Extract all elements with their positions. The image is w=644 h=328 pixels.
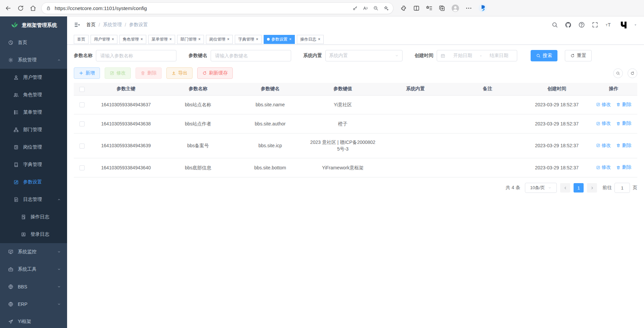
toolbar-button[interactable]: 删除 bbox=[136, 67, 162, 79]
date-range-picker[interactable]: 开始日期 - 结束日期 bbox=[437, 50, 517, 61]
avatar-caret-icon[interactable] bbox=[634, 23, 637, 27]
tab-close-icon[interactable]: × bbox=[198, 37, 201, 42]
chev-up-icon bbox=[57, 198, 61, 202]
back-icon[interactable] bbox=[5, 5, 12, 12]
split-screen-icon[interactable] bbox=[413, 5, 420, 12]
tab-close-icon[interactable]: × bbox=[227, 37, 229, 42]
tab-close-icon[interactable]: × bbox=[318, 37, 320, 42]
row-edit-button[interactable]: 修改 bbox=[596, 120, 611, 127]
search-icon[interactable] bbox=[551, 21, 558, 28]
profile-icon[interactable] bbox=[451, 4, 460, 12]
page-size-select[interactable]: 10条/页 bbox=[525, 183, 557, 193]
tag-tab[interactable]: 菜单管理 × bbox=[148, 35, 175, 44]
doc-edit-icon bbox=[21, 214, 26, 220]
sidebar-item[interactable]: 参数设置 bbox=[0, 173, 67, 191]
tag-tab[interactable]: 用户管理 × bbox=[91, 35, 117, 44]
param-key-input[interactable] bbox=[211, 50, 291, 61]
tag-tab[interactable]: 参数设置 × bbox=[264, 35, 295, 44]
more-icon[interactable] bbox=[465, 5, 472, 12]
favorites-bar-icon[interactable] bbox=[426, 5, 433, 12]
sidebar-item[interactable]: 登录日志 bbox=[0, 226, 67, 243]
breadcrumb-item[interactable]: 系统管理 / bbox=[103, 22, 129, 28]
row-delete-button[interactable]: 删除 bbox=[616, 120, 631, 127]
favorite-add-icon[interactable] bbox=[383, 5, 389, 11]
sidebar-item[interactable]: 首页 bbox=[0, 34, 67, 51]
font-size-icon[interactable]: TT bbox=[605, 21, 612, 28]
tag-tab[interactable]: 操作日志 × bbox=[297, 35, 324, 44]
home-icon[interactable] bbox=[30, 5, 37, 12]
goto-page-input[interactable] bbox=[614, 183, 630, 193]
row-delete-button[interactable]: 删除 bbox=[616, 101, 631, 108]
sidebar-item[interactable]: 日志管理 bbox=[0, 191, 67, 208]
row-checkbox[interactable] bbox=[79, 102, 85, 107]
reset-button[interactable]: 重置 bbox=[565, 50, 592, 61]
search-button[interactable]: 搜索 bbox=[531, 50, 557, 61]
sidebar-collapse-icon[interactable] bbox=[74, 21, 80, 28]
tab-close-icon[interactable]: × bbox=[289, 37, 291, 42]
tag-tab[interactable]: 首页 × bbox=[74, 35, 89, 44]
created-time-label: 创建时间 bbox=[415, 53, 433, 59]
key-icon[interactable] bbox=[352, 5, 358, 11]
user-avatar-logo[interactable] bbox=[620, 20, 629, 30]
sidebar-item[interactable]: 菜单管理 bbox=[0, 104, 67, 121]
plane-icon bbox=[8, 319, 13, 324]
refresh-icon[interactable] bbox=[17, 5, 24, 12]
sidebar-item[interactable]: 操作日志 bbox=[0, 208, 67, 226]
breadcrumb-item[interactable]: 首页 / bbox=[86, 22, 103, 28]
tab-close-icon[interactable]: × bbox=[169, 37, 172, 42]
col-header: 参数主键 bbox=[90, 83, 162, 95]
toolbar-button[interactable]: 新增 bbox=[74, 67, 100, 79]
tag-tab[interactable]: 字典管理 × bbox=[235, 35, 262, 44]
sidebar-item[interactable]: 部门管理 bbox=[0, 121, 67, 139]
sidebar-item[interactable]: 系统工具 bbox=[0, 261, 67, 278]
sidebar-item[interactable]: 系统管理 bbox=[0, 51, 67, 69]
row-checkbox[interactable] bbox=[79, 121, 85, 126]
copilot-icon[interactable] bbox=[478, 3, 487, 13]
row-checkbox[interactable] bbox=[79, 165, 85, 170]
prev-page-button[interactable] bbox=[560, 183, 570, 193]
read-aloud-icon[interactable] bbox=[363, 5, 368, 11]
filter-form: 参数名称 参数键名 系统内置 系统内置 创建时间 bbox=[74, 50, 637, 61]
tag-tab[interactable]: 部门管理 × bbox=[177, 35, 204, 44]
breadcrumb-item[interactable]: 参数设置 / bbox=[129, 22, 148, 28]
toggle-search-button[interactable] bbox=[613, 68, 623, 78]
extensions-icon[interactable] bbox=[400, 5, 407, 12]
next-page-button[interactable] bbox=[587, 183, 597, 193]
lock-icon[interactable] bbox=[46, 5, 51, 11]
sidebar-item[interactable]: BBS bbox=[0, 278, 67, 295]
row-edit-button[interactable]: 修改 bbox=[596, 101, 611, 108]
row-edit-button[interactable]: 修改 bbox=[596, 164, 611, 171]
current-page[interactable]: 1 bbox=[574, 183, 584, 193]
sidebar-item[interactable]: ERP bbox=[0, 295, 67, 313]
row-delete-button[interactable]: 删除 bbox=[616, 164, 631, 171]
param-name-input[interactable] bbox=[96, 50, 176, 61]
toolbar-button[interactable]: 刷新缓存 bbox=[197, 67, 233, 79]
address-bar[interactable]: https://ccnetcore.com:1101/system/config bbox=[41, 2, 393, 14]
select-all-checkbox[interactable] bbox=[79, 87, 85, 92]
refresh-table-button[interactable] bbox=[628, 68, 637, 78]
github-icon[interactable] bbox=[565, 21, 572, 28]
toolbar-button[interactable]: 修改 bbox=[105, 67, 131, 79]
url-text[interactable]: https://ccnetcore.com:1101/system/config bbox=[55, 5, 349, 11]
row-edit-button[interactable]: 修改 bbox=[596, 142, 611, 149]
edit-icon bbox=[110, 71, 114, 75]
sidebar-item[interactable]: 岗位管理 bbox=[0, 139, 67, 156]
builtin-select[interactable]: 系统内置 bbox=[325, 50, 402, 61]
row-delete-button[interactable]: 删除 bbox=[616, 142, 631, 149]
fullscreen-icon[interactable] bbox=[592, 21, 598, 28]
zoom-out-icon[interactable] bbox=[373, 5, 379, 11]
toolbar-button[interactable]: 导出 bbox=[166, 67, 193, 79]
question-icon[interactable] bbox=[578, 21, 585, 28]
sidebar-item[interactable]: 字典管理 bbox=[0, 156, 67, 173]
sidebar-item[interactable]: 用户管理 bbox=[0, 69, 67, 86]
tab-close-icon[interactable]: × bbox=[112, 37, 114, 42]
tag-tab[interactable]: 角色管理 × bbox=[119, 35, 146, 44]
sidebar-item[interactable]: Yi框架 bbox=[0, 313, 67, 328]
tab-close-icon[interactable]: × bbox=[141, 37, 143, 42]
tag-tab[interactable]: 岗位管理 × bbox=[206, 35, 233, 44]
tab-close-icon[interactable]: × bbox=[256, 37, 258, 42]
sidebar-item[interactable]: 角色管理 bbox=[0, 86, 67, 104]
row-checkbox[interactable] bbox=[79, 144, 85, 149]
collections-icon[interactable] bbox=[438, 5, 445, 12]
sidebar-item[interactable]: 系统监控 bbox=[0, 243, 67, 261]
